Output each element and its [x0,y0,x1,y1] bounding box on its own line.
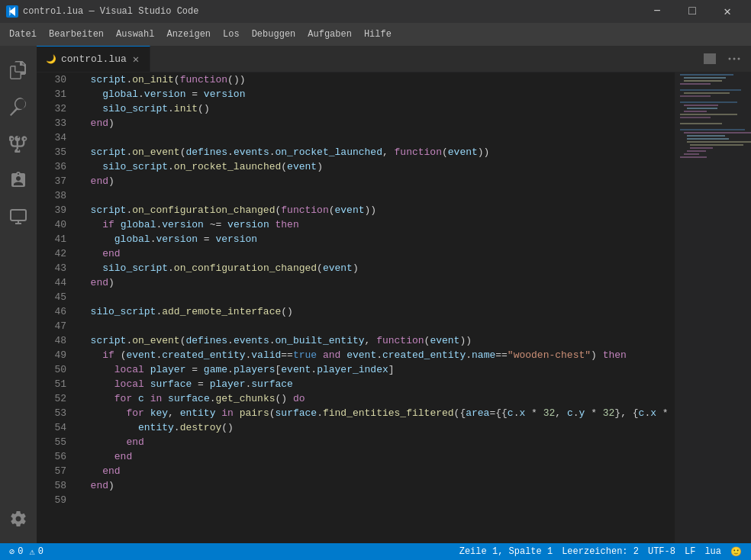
code-line-30: script.on_init(function()) [79,72,675,87]
line-num-58: 58 [37,478,73,493]
line-num-48: 48 [37,333,73,348]
code-line-48: script.on_event(defines.events.on_built_… [79,333,675,348]
activity-bar-bottom [0,500,37,537]
line-num-56: 56 [37,449,73,464]
code-line-49: if (event.created_entity.valid==true and… [79,348,675,362]
svg-rect-15 [687,108,717,109]
encoding-text: UTF-8 [648,546,675,557]
error-icon: ⊘ [9,546,15,558]
status-language[interactable]: lua [701,546,724,557]
activity-settings[interactable] [0,500,37,537]
minimap-content [675,72,751,543]
tab-actions [699,46,751,72]
code-line-33: end) [79,116,675,130]
menu-aufgaben[interactable]: Aufgaben [301,26,358,43]
code-line-51: local surface = player.surface [79,377,675,391]
position-text: Zeile 1, Spalte 1 [459,546,553,557]
activity-git[interactable] [0,125,37,162]
line-num-54: 54 [37,420,73,435]
code-line-44: end) [79,275,675,290]
svg-rect-31 [680,156,707,158]
svg-point-1 [729,58,731,60]
activity-search[interactable] [0,89,37,125]
line-num-31: 31 [37,87,73,101]
tab-close-button[interactable]: ✕ [131,51,140,67]
close-button[interactable]: ✕ [710,0,745,23]
code-line-53: for key, entity in pairs(surface.find_en… [79,406,675,420]
maximize-button[interactable]: □ [675,0,710,23]
status-right: Zeile 1, Spalte 1 Leerzeichen: 2 UTF-8 L… [456,546,745,558]
activity-remote[interactable] [0,198,37,235]
split-editor-button[interactable] [699,48,720,69]
activity-explorer[interactable] [0,52,37,89]
menu-debuggen[interactable]: Debuggen [246,26,302,43]
code-line-45 [79,290,675,304]
code-line-56: end [79,449,675,464]
svg-rect-17 [680,114,737,115]
main-layout: 🌙 control.lua ✕ 30 31 32 33 34 [0,46,751,543]
menu-bearbeiten[interactable]: Bearbeiten [43,26,110,43]
spaces-text: Leerzeichen: 2 [562,546,639,557]
window-controls: − □ ✕ [640,0,745,23]
status-spaces[interactable]: Leerzeichen: 2 [559,546,642,557]
code-content: script.on_init(function()) global.versio… [79,72,675,507]
code-line-32: silo_script.init() [79,101,675,116]
code-line-46: silo_script.add_remote_interface() [79,304,675,319]
status-position[interactable]: Zeile 1, Spalte 1 [456,546,556,557]
svg-rect-24 [687,135,725,137]
menu-anzeigen[interactable]: Anzeigen [160,26,217,43]
menu-hilfe[interactable]: Hilfe [358,26,398,43]
line-num-50: 50 [37,362,73,377]
svg-rect-10 [684,92,730,94]
code-line-39: script.on_configuration_changed(function… [79,203,675,217]
tab-control-lua[interactable]: 🌙 control.lua ✕ [37,46,150,72]
code-scroll[interactable]: script.on_init(function()) global.versio… [79,72,675,543]
status-smiley[interactable]: 🙂 [727,546,745,558]
line-num-45: 45 [37,290,73,304]
svg-rect-13 [680,101,737,103]
code-line-57: end [79,464,675,478]
svg-rect-28 [690,147,713,149]
language-text: lua [704,546,721,557]
line-num-30: 30 [37,72,73,87]
svg-rect-11 [680,95,711,97]
svg-rect-29 [687,150,706,152]
code-line-43: silo_script.on_configuration_changed(eve… [79,261,675,275]
status-errors[interactable]: ⊘ 0 ⚠ 0 [6,546,47,558]
minimize-button[interactable]: − [640,0,675,23]
line-num-32: 32 [37,101,73,116]
line-numbers: 30 31 32 33 34 35 36 37 38 39 40 41 42 4… [37,72,79,543]
code-line-31: global.version = version [79,87,675,101]
menu-datei[interactable]: Datei [3,26,43,43]
svg-rect-14 [684,105,718,106]
code-line-59 [79,493,675,507]
menu-bar: Datei Bearbeiten Auswahl Anzeigen Los De… [0,23,751,46]
code-line-36: silo_script.on_rocket_launched(event) [79,159,675,174]
warning-icon: ⚠ [29,546,34,558]
line-num-57: 57 [37,464,73,478]
line-num-49: 49 [37,348,73,362]
status-line-ending[interactable]: LF [682,546,698,557]
editor-area: 🌙 control.lua ✕ 30 31 32 33 34 [37,46,751,543]
code-line-58: end) [79,478,675,493]
status-bar: ⊘ 0 ⚠ 0 Zeile 1, Spalte 1 Leerzeichen: 2… [0,543,751,560]
line-num-39: 39 [37,203,73,217]
more-actions-button[interactable] [724,48,745,69]
line-num-52: 52 [37,391,73,406]
activity-bar [0,46,37,543]
menu-los[interactable]: Los [217,26,246,43]
tab-label: control.lua [61,53,127,65]
activity-extensions[interactable] [0,162,37,198]
code-line-47 [79,319,675,333]
svg-rect-5 [684,77,726,79]
app-icon [6,5,18,18]
status-encoding[interactable]: UTF-8 [645,546,678,557]
svg-rect-27 [690,144,743,146]
line-num-59: 59 [37,493,73,507]
code-line-38 [79,188,675,203]
code-line-52: for c in surface.get_chunks() do [79,391,675,406]
line-num-42: 42 [37,246,73,261]
code-line-34 [79,130,675,145]
menu-auswahl[interactable]: Auswahl [110,26,160,43]
warning-count: 0 [38,546,44,557]
